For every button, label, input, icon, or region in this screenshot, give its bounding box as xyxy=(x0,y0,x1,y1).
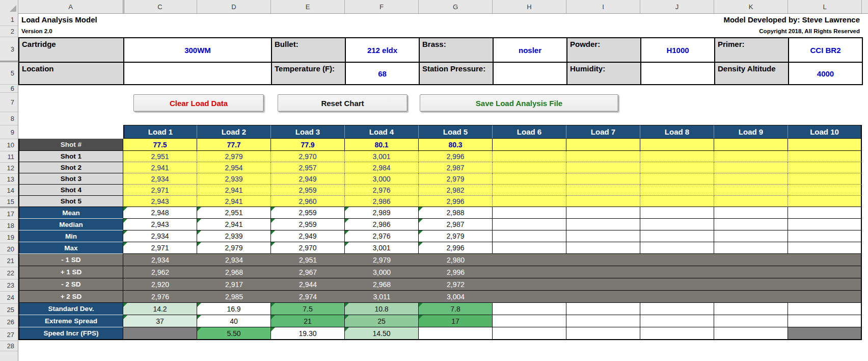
row-label-shot-2[interactable]: Shot 2 xyxy=(18,162,123,173)
column-header-I[interactable]: I xyxy=(566,0,640,13)
cell-standard-dev-load4[interactable]: 10.8 xyxy=(345,303,419,315)
cell-mean-load5[interactable]: 2,988 xyxy=(419,207,493,219)
load-header-3[interactable]: Load 3 xyxy=(271,125,345,139)
cell-shot-3-load8[interactable] xyxy=(640,173,714,185)
column-header-L[interactable]: L xyxy=(788,0,862,13)
row-label-minus-2-sd[interactable]: - 2 SD xyxy=(18,278,123,291)
cell-shot-2-load1[interactable]: 2,941 xyxy=(123,162,197,173)
info-label-cartridge[interactable]: Cartridge xyxy=(19,38,124,63)
cell-minus-2-sd-load6[interactable] xyxy=(493,278,566,291)
cell-max-load2[interactable]: 2,979 xyxy=(197,242,271,254)
load-header-7[interactable]: Load 7 xyxy=(566,125,640,139)
cell-min-load7[interactable] xyxy=(566,230,640,242)
cell-min-load5[interactable]: 2,979 xyxy=(419,230,493,242)
save-load-analysis-file-button[interactable]: Save Load Analysis File xyxy=(420,94,618,112)
cell-shot-5-load5[interactable]: 2,996 xyxy=(419,196,493,207)
clear-load-data-button[interactable]: Clear Load Data xyxy=(133,94,264,112)
cell-minus-1-sd-load3[interactable]: 2,951 xyxy=(271,254,345,266)
load-header-6[interactable]: Load 6 xyxy=(493,125,566,139)
column-header-A[interactable]: A xyxy=(18,0,123,13)
cell-plus-1-sd-load5[interactable]: 2,996 xyxy=(419,266,493,278)
cell-plus-2-sd-load6[interactable] xyxy=(493,291,566,303)
cell-mean-load9[interactable] xyxy=(714,207,788,219)
cell-max-load3[interactable]: 2,970 xyxy=(271,242,345,254)
cell-min-load6[interactable] xyxy=(493,230,566,242)
cell-plus-2-sd-load7[interactable] xyxy=(566,291,640,303)
row-label-charge-weight[interactable]: Shot # xyxy=(18,139,123,151)
cell-shot-4-load4[interactable]: 2,976 xyxy=(345,185,419,196)
cell-shot-5-load10[interactable] xyxy=(788,196,862,207)
cell-speed-incr-load7[interactable] xyxy=(566,327,640,340)
cell-shot-1-load2[interactable]: 2,979 xyxy=(197,151,271,162)
row-label-shot-4[interactable]: Shot 4 xyxy=(18,185,123,196)
cell-shot-4-load10[interactable] xyxy=(788,185,862,196)
select-all-corner[interactable] xyxy=(0,0,18,13)
cell-minus-2-sd-load8[interactable] xyxy=(640,278,714,291)
row-label-plus-2-sd[interactable]: + 2 SD xyxy=(18,291,123,303)
cell-plus-1-sd-load6[interactable] xyxy=(493,266,566,278)
cell-max-load10[interactable] xyxy=(788,242,862,254)
cell-extreme-spread-load5[interactable]: 17 xyxy=(419,315,493,327)
cell-minus-1-sd-load8[interactable] xyxy=(640,254,714,266)
info-value-temperature[interactable]: 68 xyxy=(346,63,420,85)
cell-charge-weight-load2[interactable]: 77.7 xyxy=(197,139,271,151)
cell-minus-2-sd-load3[interactable]: 2,944 xyxy=(271,278,345,291)
cell-minus-2-sd-load1[interactable]: 2,920 xyxy=(123,278,197,291)
cell-shot-1-load5[interactable]: 2,996 xyxy=(419,151,493,162)
row-label-shot-1[interactable]: Shot 1 xyxy=(18,151,123,162)
cell-plus-2-sd-load5[interactable]: 3,004 xyxy=(419,291,493,303)
info-label-bullet[interactable]: Bullet: xyxy=(272,38,346,63)
cell-median-load2[interactable]: 2,941 xyxy=(197,219,271,230)
cell-plus-2-sd-load4[interactable]: 3,011 xyxy=(345,291,419,303)
row-number-12[interactable]: 12 xyxy=(0,163,18,174)
cell-mean-load10[interactable] xyxy=(788,207,862,219)
cell-charge-weight-load9[interactable] xyxy=(714,139,788,151)
cell-shot-4-load1[interactable]: 2,971 xyxy=(123,185,197,196)
column-header-J[interactable]: J xyxy=(640,0,714,13)
info-label-location[interactable]: Location xyxy=(19,63,124,85)
cell-speed-incr-load6[interactable] xyxy=(493,327,566,340)
cell-min-load2[interactable]: 2,939 xyxy=(197,230,271,242)
cell-standard-dev-load9[interactable] xyxy=(714,303,788,315)
info-value-bullet[interactable]: 212 eldx xyxy=(346,38,420,63)
cell-plus-1-sd-load10[interactable] xyxy=(788,266,862,278)
cell-median-load1[interactable]: 2,943 xyxy=(123,219,197,230)
cell-minus-1-sd-load9[interactable] xyxy=(714,254,788,266)
info-label-primer[interactable]: Primer: xyxy=(715,38,789,63)
row-label-max[interactable]: Max xyxy=(18,242,123,254)
load-header-8[interactable]: Load 8 xyxy=(640,125,714,139)
info-value-cartridge[interactable]: 300WM xyxy=(124,38,272,63)
cell-plus-1-sd-load2[interactable]: 2,968 xyxy=(197,266,271,278)
cell-max-load4[interactable]: 3,001 xyxy=(345,242,419,254)
info-value-powder[interactable]: H1000 xyxy=(641,38,715,63)
cell-min-load9[interactable] xyxy=(714,230,788,242)
row-number-13[interactable]: 13 xyxy=(0,174,18,185)
cell-charge-weight-load6[interactable] xyxy=(493,139,566,151)
row-number-28[interactable]: 28 xyxy=(0,341,18,351)
cell-min-load3[interactable]: 2,949 xyxy=(271,230,345,242)
cell-plus-2-sd-load8[interactable] xyxy=(640,291,714,303)
cell-standard-dev-load2[interactable]: 16.9 xyxy=(197,303,271,315)
row-number-18[interactable]: 18 xyxy=(0,220,18,231)
cell-max-load6[interactable] xyxy=(493,242,566,254)
row-number-23[interactable]: 23 xyxy=(0,279,18,292)
load-header-9[interactable]: Load 9 xyxy=(714,125,788,139)
cell-shot-1-load8[interactable] xyxy=(640,151,714,162)
cell-minus-1-sd-load4[interactable]: 2,979 xyxy=(345,254,419,266)
info-label-temperature[interactable]: Temperature (F): xyxy=(272,63,346,85)
load-header-1[interactable]: Load 1 xyxy=(123,125,197,139)
cell-median-load9[interactable] xyxy=(714,219,788,230)
row-number-1[interactable]: 1 xyxy=(0,13,18,26)
info-value-primer[interactable]: CCI BR2 xyxy=(789,38,863,63)
column-header-F[interactable]: F xyxy=(345,0,419,13)
row-number-21[interactable]: 21 xyxy=(0,255,18,267)
cell-max-load7[interactable] xyxy=(566,242,640,254)
cell-extreme-spread-load3[interactable]: 21 xyxy=(271,315,345,327)
cell-standard-dev-load8[interactable] xyxy=(640,303,714,315)
column-header-D[interactable]: D xyxy=(197,0,271,13)
cell-minus-2-sd-load5[interactable]: 2,972 xyxy=(419,278,493,291)
cell-charge-weight-load8[interactable] xyxy=(640,139,714,151)
cell-minus-1-sd-load1[interactable]: 2,934 xyxy=(123,254,197,266)
cell-charge-weight-load7[interactable] xyxy=(566,139,640,151)
load-header-10[interactable]: Load 10 xyxy=(788,125,862,139)
